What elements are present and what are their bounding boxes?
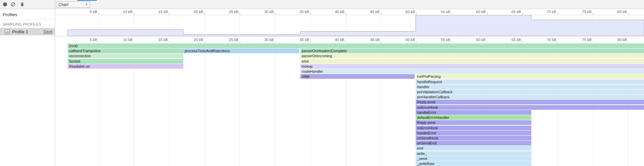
ruler-tick-mark [381,41,381,43]
flame-bar[interactable]: parserOnIncoming [300,54,644,58]
profiles-sidebar: Profiles SAMPLING PROFILES Profile 1 Sav… [0,9,55,166]
profile-icon [5,29,10,34]
profile-name: Profile 1 [12,29,43,34]
flame-bar[interactable]: routeHandler [300,69,644,74]
flame-bar[interactable]: _send [416,156,531,161]
record-icon [3,2,7,8]
ruler-label: 20 kB [183,36,203,43]
memory-ruler-bottom: 5 kB10 kB15 kB20 kB25 kB30 kB35 kB40 kB4… [55,36,644,43]
ruler-label: 50 kB [395,9,415,15]
flame-bar[interactable]: onSendEnd [416,141,531,145]
ruler-tick-mark [452,41,452,43]
ruler-tick-mark [134,13,134,15]
flame-bar[interactable]: Reply.send [416,100,644,104]
profile-list-item[interactable]: Profile 1 Save [0,28,55,35]
ruler-tick-mark [169,13,169,15]
flame-bar[interactable]: Socket [68,59,183,64]
save-profile-link[interactable]: Save [43,29,52,34]
flame-bar[interactable]: handleError [416,110,531,115]
chart-view-dropdown[interactable]: Chart ▼ [56,1,90,8]
ruler-label: 55 kB [430,36,450,43]
ruler-label: 60 kB [465,36,486,43]
ruler-label: 45 kB [359,9,380,15]
flame-bar[interactable]: parserOnHeadersComplete [300,48,644,53]
dropdown-caret-icon: ▼ [85,3,88,6]
ruler-tick-mark [628,13,629,15]
memory-ruler-top: 5 kB10 kB15 kB20 kB25 kB30 kB35 kB40 kB4… [55,9,644,15]
ruler-label: 40 kB [324,9,344,15]
flame-bar[interactable]: Readable.on [68,64,183,69]
flame-bar[interactable]: end [416,146,531,151]
ruler-label: 80 kB [607,9,627,15]
flame-bar[interactable]: preHandlerCallback [416,95,644,99]
flame-bar[interactable]: preValidationCallback [416,90,644,94]
flame-bar[interactable]: defaultErrorHandler [416,115,531,120]
ruler-label: 55 kB [430,9,450,15]
ruler-tick-mark [275,13,275,15]
record-button[interactable] [2,2,8,8]
allocation-overview[interactable] [55,15,644,36]
ruler-label: 30 kB [254,9,274,15]
ruler-label: 65 kB [501,9,521,15]
flame-bar[interactable]: callbackTrampoline [68,48,183,53]
ruler-label: 10 kB [112,36,132,43]
toolbar: Chart ▼ [0,0,644,9]
flame-bar[interactable]: handler [416,85,644,89]
ruler-label: 75 kB [571,36,592,43]
clear-button[interactable] [10,2,16,8]
flame-bar[interactable]: handleRequest [416,79,644,84]
flame-bar[interactable]: lookup [300,64,644,69]
flame-bar[interactable]: write_ [416,151,531,156]
ruler-tick-mark [522,13,523,15]
flame-chart-panel: 5 kB10 kB15 kB20 kB25 kB30 kB35 kB40 kB4… [55,9,644,166]
ruler-label: 30 kB [254,36,274,43]
toolbar-separator [17,1,17,8]
ruler-tick-mark [169,41,169,43]
ruler-tick-mark [310,13,311,15]
ruler-label: 65 kB [501,36,521,43]
active-tab-indicator [77,0,97,1]
ruler-tick-mark [593,13,593,15]
ruler-label: 5 kB [77,36,97,43]
flame-bar[interactable]: onSendHook [416,136,531,140]
delete-profile-button[interactable] [19,2,25,8]
flame-bar[interactable]: Reply.send [416,120,531,125]
ruler-tick-mark [240,41,240,43]
flame-bar[interactable]: (root) [68,43,644,48]
flame-bar[interactable]: onErrorHook [416,105,644,110]
flame-bar[interactable]: onconnection [68,54,183,58]
memory-profiler-panel: Chart ▼ Profiles SAMPLING PROFILES Profi… [0,0,644,166]
ruler-label: 15 kB [148,9,168,15]
flame-bar[interactable]: handleError [416,131,531,135]
sampling-profiles-section-label: SAMPLING PROFILES [0,20,55,28]
ruler-label: 5 kB [77,9,97,15]
gridline [240,43,240,166]
ruler-label: 25 kB [218,36,238,43]
chart-view-dropdown-value: Chart [59,2,68,7]
flame-bar[interactable]: onErrorHook [416,126,531,130]
gridline [204,43,205,166]
ruler-label: 50 kB [395,36,415,43]
ruler-tick-mark [522,41,523,43]
circle-slash-icon [11,2,15,8]
ruler-label: 25 kB [218,9,238,15]
ruler-label: 10 kB [112,9,132,15]
flame-bar[interactable]: child [300,74,415,79]
flame-bar[interactable]: _writeRaw [416,161,531,166]
ruler-label: 20 kB [183,9,203,15]
profiles-heading: Profiles [0,9,55,20]
ruler-tick-mark [487,41,487,43]
ruler-tick-mark [416,41,417,43]
ruler-label: 35 kB [289,9,309,15]
flame-bar[interactable]: runPreParsing [416,74,644,79]
ruler-tick-mark [593,41,593,43]
ruler-label: 70 kB [536,9,556,15]
flame-bar[interactable]: emit [300,59,644,64]
ruler-label: 35 kB [289,36,309,43]
ruler-tick-mark [134,41,134,43]
ruler-label: 45 kB [359,36,380,43]
ruler-tick-mark [452,13,452,15]
flame-bar[interactable]: processTicksAndRejections [183,48,299,53]
ruler-label: 75 kB [571,9,592,15]
ruler-label: 80 kB [607,36,627,43]
